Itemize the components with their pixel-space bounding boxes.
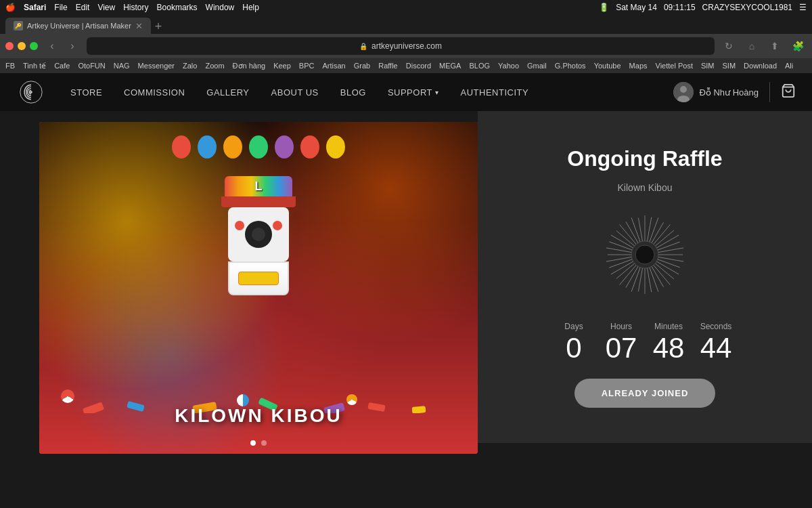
bookmark-discord[interactable]: Discord bbox=[406, 62, 431, 70]
reload-btn[interactable]: ↻ bbox=[720, 37, 738, 55]
menu-edit[interactable]: Edit bbox=[76, 3, 90, 12]
back-btn[interactable]: ‹ bbox=[43, 37, 61, 55]
dot-2[interactable] bbox=[261, 440, 267, 446]
bookmark-bpc[interactable]: BPC bbox=[299, 62, 315, 70]
nav-about[interactable]: ABOUT US bbox=[261, 73, 330, 111]
close-window-btn[interactable] bbox=[5, 42, 14, 50]
bookmark-tinhte[interactable]: Tinh tế bbox=[23, 62, 46, 70]
menu-help[interactable]: Help bbox=[242, 3, 259, 12]
address-bar[interactable]: 🔒 artkeyuniverse.com bbox=[87, 37, 715, 55]
dot-1[interactable] bbox=[250, 440, 256, 446]
chevron-down-icon: ▾ bbox=[435, 89, 439, 96]
already-joined-button[interactable]: ALREADY JOINED bbox=[574, 379, 716, 408]
nav-gallery[interactable]: GALLERY bbox=[196, 73, 260, 111]
bookmark-grab[interactable]: Grab bbox=[354, 62, 370, 70]
slider-dots bbox=[250, 440, 267, 446]
app-name: Safari bbox=[24, 3, 46, 12]
bookmark-gphotos[interactable]: G.Photos bbox=[555, 62, 586, 70]
nav-arrows: ‹ › bbox=[43, 37, 81, 55]
cart-icon[interactable] bbox=[781, 83, 796, 102]
browser-actions: ↻ ⌂ ⬆ 🧩 bbox=[720, 37, 807, 55]
bookmark-youtube[interactable]: Youtube bbox=[594, 62, 621, 70]
menu-file[interactable]: File bbox=[54, 3, 67, 12]
menu-history[interactable]: History bbox=[123, 3, 148, 12]
bookmark-maps[interactable]: Maps bbox=[629, 62, 648, 70]
bookmarks-bar: FB Tinh tế Cafe OtoFUN NAG Messenger Zal… bbox=[0, 58, 812, 73]
bookmark-viettelpost[interactable]: Viettel Post bbox=[656, 62, 693, 70]
avatar bbox=[673, 82, 694, 102]
nav-commission[interactable]: COMMISSION bbox=[113, 73, 196, 111]
bookmark-download[interactable]: Download bbox=[744, 62, 777, 70]
hours-label: Hours bbox=[610, 322, 632, 331]
share-btn[interactable]: ⬆ bbox=[766, 37, 784, 55]
nav-support[interactable]: SUPPORT ▾ bbox=[377, 73, 450, 111]
nav-right: Đỗ Như Hoàng bbox=[673, 82, 796, 102]
bookmark-keep[interactable]: Keep bbox=[273, 62, 291, 70]
countdown-hours: Hours 07 bbox=[604, 322, 638, 362]
macos-menubar: 🍎 Safari File Edit View History Bookmark… bbox=[0, 0, 812, 15]
seconds-value: 44 bbox=[699, 334, 733, 362]
nav-authenticity[interactable]: AUTHENTICITY bbox=[450, 73, 540, 111]
bookmark-sim2[interactable]: SIM bbox=[723, 62, 736, 70]
bookmark-nag[interactable]: NAG bbox=[114, 62, 130, 70]
ssl-lock-icon: 🔒 bbox=[359, 43, 367, 50]
cart-svg bbox=[781, 83, 796, 98]
countdown-minutes: Minutes 48 bbox=[652, 322, 685, 362]
bookmark-sim1[interactable]: SIM bbox=[701, 62, 715, 70]
raffle-panel: Ongoing Raffle Kilown Kibou bbox=[478, 111, 812, 443]
hours-value: 07 bbox=[604, 334, 638, 362]
nav-blog[interactable]: BLOG bbox=[330, 73, 377, 111]
bookmark-otofun[interactable]: OtoFUN bbox=[78, 62, 105, 70]
bookmark-artisan[interactable]: Artisan bbox=[322, 62, 345, 70]
user-area[interactable]: Đỗ Như Hoàng bbox=[673, 82, 759, 102]
bookmark-mega[interactable]: MEGA bbox=[439, 62, 461, 70]
nav-store[interactable]: STORE bbox=[60, 73, 113, 111]
bookmark-raffle[interactable]: Raffle bbox=[378, 62, 398, 70]
countdown-timer: Days 0 Hours 07 Minutes 48 Seconds 44 bbox=[557, 322, 733, 362]
bookmark-messenger[interactable]: Messenger bbox=[138, 62, 175, 70]
logo-svg bbox=[19, 80, 43, 104]
bookmark-zoom[interactable]: Zoom bbox=[205, 62, 224, 70]
browser-tab[interactable]: 🔑 Artkey Universe | Artisan Maker ✕ bbox=[5, 18, 151, 34]
minimize-window-btn[interactable] bbox=[18, 42, 26, 50]
bookmark-cafe[interactable]: Cafe bbox=[54, 62, 70, 70]
site-logo[interactable] bbox=[16, 77, 46, 107]
svg-point-42 bbox=[635, 245, 654, 264]
extensions-btn[interactable]: 🧩 bbox=[789, 37, 807, 55]
menu-view[interactable]: View bbox=[97, 3, 115, 12]
maximize-window-btn[interactable] bbox=[30, 42, 38, 50]
raffle-spinner bbox=[601, 211, 689, 299]
hero-image-container: L bbox=[39, 122, 478, 454]
user-name-nav: Đỗ Như Hoàng bbox=[699, 87, 759, 98]
forward-btn[interactable]: › bbox=[64, 37, 81, 55]
new-tab-btn[interactable]: + bbox=[155, 20, 162, 34]
bookmark-blog[interactable]: BLOG bbox=[469, 62, 490, 70]
url-text: artkeyuniverse.com bbox=[371, 41, 442, 51]
apple-icon[interactable]: 🍎 bbox=[5, 3, 16, 12]
bookmark-ali[interactable]: Ali bbox=[785, 62, 793, 70]
figurine: L bbox=[204, 176, 313, 295]
control-center-icon[interactable]: ☰ bbox=[799, 3, 807, 12]
days-label: Days bbox=[564, 322, 583, 331]
home-btn[interactable]: ⌂ bbox=[743, 37, 761, 55]
svg-line-27 bbox=[626, 266, 638, 287]
raffle-title: Ongoing Raffle bbox=[567, 146, 722, 171]
battery-icon: 🔋 bbox=[599, 3, 609, 12]
hero-section: L bbox=[0, 111, 812, 443]
bookmark-fb[interactable]: FB bbox=[5, 62, 15, 70]
tab-close[interactable]: ✕ bbox=[135, 21, 143, 31]
site-navigation: STORE COMMISSION GALLERY ABOUT US BLOG S… bbox=[0, 73, 812, 111]
browser-tab-bar: 🔑 Artkey Universe | Artisan Maker ✕ + bbox=[0, 15, 812, 34]
svg-line-39 bbox=[626, 222, 638, 243]
svg-point-3 bbox=[680, 86, 687, 93]
menu-bookmarks[interactable]: Bookmarks bbox=[157, 3, 198, 12]
bookmark-zalo[interactable]: Zalo bbox=[183, 62, 197, 70]
menu-window[interactable]: Window bbox=[206, 3, 235, 12]
hero-title: KILOWN KIBOU bbox=[39, 405, 478, 427]
tab-favicon: 🔑 bbox=[14, 21, 23, 30]
nav-links: STORE COMMISSION GALLERY ABOUT US BLOG S… bbox=[60, 73, 673, 111]
divider bbox=[769, 82, 770, 102]
bookmark-gmail[interactable]: Gmail bbox=[527, 62, 547, 70]
bookmark-donhang[interactable]: Đơn hàng bbox=[233, 62, 266, 70]
bookmark-yahoo[interactable]: Yahoo bbox=[498, 62, 519, 70]
